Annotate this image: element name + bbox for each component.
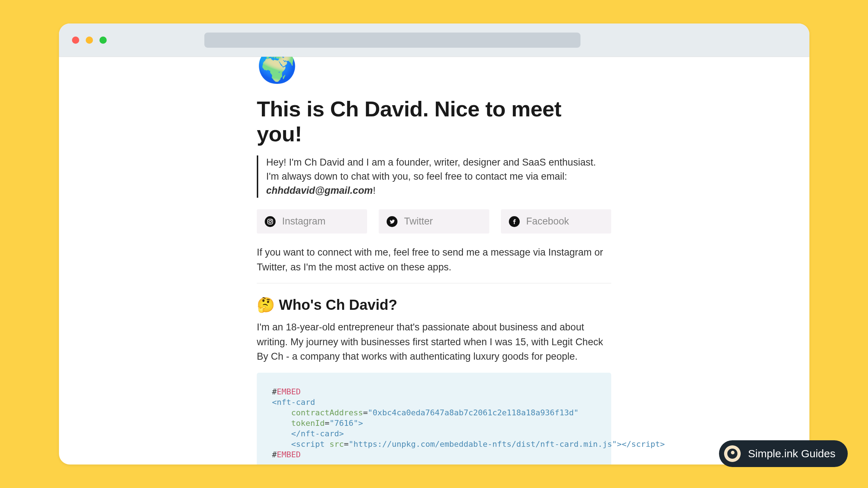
facebook-icon [509,216,520,227]
traffic-lights [72,37,107,44]
url-bar[interactable] [204,33,580,48]
who-heading: 🤔 Who's Ch David? [257,296,611,313]
simpleink-logo-icon [724,445,741,462]
instagram-icon [265,216,276,227]
social-twitter[interactable]: Twitter [379,209,489,234]
page-content: 🌍 This is Ch David. Nice to meet you! He… [59,57,809,465]
who-text: I'm an 18-year-old entrepreneur that's p… [257,320,611,364]
page-title: This is Ch David. Nice to meet you! [257,97,611,146]
code-embed-open: EMBED [277,387,301,396]
maximize-window-button[interactable] [99,37,107,44]
social-instagram[interactable]: Instagram [257,209,367,234]
intro-email: chhddavid@gmail.com [266,185,373,196]
twitter-icon [387,216,397,227]
svg-point-0 [265,216,276,227]
svg-point-3 [271,219,272,220]
guides-label: Simple.ink Guides [748,448,835,460]
social-row: Instagram Twitter Facebook [257,209,611,234]
twitter-label: Twitter [404,216,433,227]
browser-chrome [59,23,809,57]
code-embed-close: EMBED [277,450,301,459]
connect-text: If you want to connect with me, feel fre… [257,245,611,274]
guides-pill[interactable]: Simple.ink Guides [719,440,848,467]
minimize-window-button[interactable] [86,37,93,44]
intro-suffix: ! [373,185,376,196]
intro-text: Hey! I'm Ch David and I am a founder, wr… [266,155,611,198]
code-block: #EMBED <nft-card contractAddress="0xbc4c… [257,373,611,465]
intro-quote: Hey! I'm Ch David and I am a founder, wr… [257,155,611,198]
social-facebook[interactable]: Facebook [501,209,611,234]
instagram-label: Instagram [282,216,326,227]
divider [257,283,611,283]
intro-prefix: Hey! I'm Ch David and I am a founder, wr… [266,157,596,182]
close-window-button[interactable] [72,37,79,44]
facebook-label: Facebook [526,216,569,227]
browser-window: 🌍 This is Ch David. Nice to meet you! He… [59,23,809,465]
globe-icon: 🌍 [257,57,611,82]
